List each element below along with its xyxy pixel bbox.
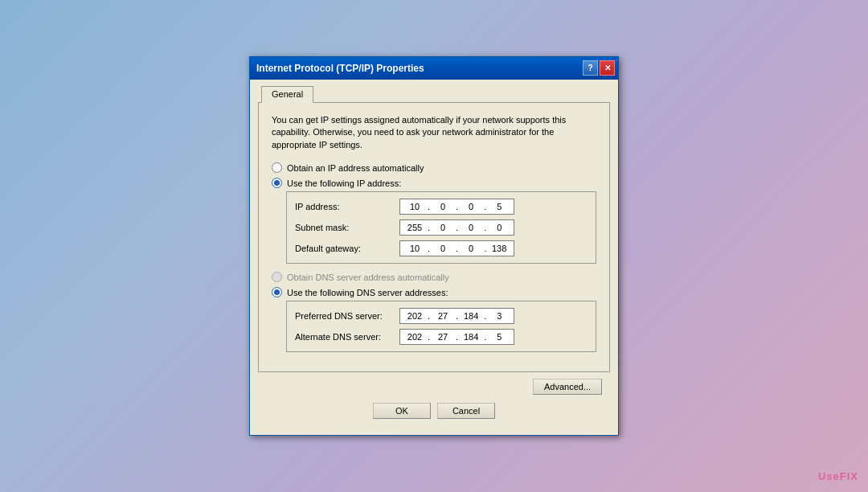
adns-c[interactable] [460,332,482,342]
ip-address-label: IP address: [295,202,399,211]
radio-ip-manual-text: Use the following IP address: [287,178,401,188]
ip-address-field: . . . [399,199,514,215]
description-text: You can get IP settings assigned automat… [272,114,596,151]
title-bar: Internet Protocol (TCP/IP) Properties ? … [250,57,618,80]
ip-d[interactable] [488,202,510,211]
pdns-b[interactable] [432,311,454,321]
tab-bar: General [258,86,610,103]
radio-dns-auto[interactable] [272,272,282,282]
adns-b[interactable] [432,332,454,342]
watermark: UseFIX [818,470,858,482]
pdns-c[interactable] [460,311,482,321]
tab-general[interactable]: General [261,86,313,103]
subnet-mask-row: Subnet mask: . . . [295,219,588,236]
gateway-a[interactable] [403,244,426,253]
subnet-mask-field: . . . [399,219,514,236]
subnet-mask-label: Subnet mask: [295,223,399,232]
preferred-dns-field: . . . [399,308,514,324]
ok-button[interactable]: OK [373,403,431,419]
radio-ip-auto-text: Obtain an IP address automatically [287,163,424,173]
alternate-dns-label: Alternate DNS server: [295,332,399,342]
ip-fields-box: IP address: . . . Subnet m [286,191,596,264]
advanced-row: Advanced... [266,379,602,395]
pdns-a[interactable] [403,311,426,321]
ok-cancel-row: OK Cancel [266,403,602,419]
dns-auto-section: Obtain DNS server address automatically [272,272,596,282]
radio-ip-auto-label[interactable]: Obtain an IP address automatically [272,162,596,173]
subnet-c[interactable] [460,223,482,232]
subnet-d[interactable] [488,223,510,232]
ip-manual-section: Use the following IP address: IP address… [272,178,596,264]
watermark-suffix: FIX [840,470,858,482]
cancel-button[interactable]: Cancel [437,403,495,419]
pdns-d[interactable] [488,311,510,321]
watermark-prefix: U [818,470,826,482]
radio-dns-auto-label[interactable]: Obtain DNS server address automatically [272,272,596,282]
gateway-label: Default gateway: [295,244,399,253]
dialog-window: Internet Protocol (TCP/IP) Properties ? … [249,56,619,436]
adns-d[interactable] [488,332,510,342]
ip-a[interactable] [403,202,426,211]
radio-dns-auto-text: Obtain DNS server address automatically [287,273,449,282]
preferred-dns-row: Preferred DNS server: . . . [295,308,588,324]
radio-ip-manual[interactable] [272,178,282,188]
dns-fields-box: Preferred DNS server: . . . [286,301,596,352]
title-bar-buttons: ? ✕ [583,60,615,76]
preferred-dns-label: Preferred DNS server: [295,311,399,321]
ip-address-row: IP address: . . . [295,199,588,215]
radio-dns-manual-text: Use the following DNS server addresses: [287,288,448,297]
radio-ip-auto[interactable] [272,162,282,173]
radio-dns-manual-label[interactable]: Use the following DNS server addresses: [272,287,596,297]
dns-section: Obtain DNS server address automatically … [272,272,596,352]
advanced-button[interactable]: Advanced... [533,379,602,395]
watermark-accent: se [826,470,839,482]
subnet-a[interactable] [403,223,426,232]
radio-ip-manual-label[interactable]: Use the following IP address: [272,178,596,188]
dialog-title: Internet Protocol (TCP/IP) Properties [256,63,424,74]
dialog-content: General You can get IP settings assigned… [250,80,618,435]
close-button[interactable]: ✕ [600,60,615,76]
gateway-b[interactable] [432,244,454,253]
dns-manual-section: Use the following DNS server addresses: … [272,287,596,352]
adns-a[interactable] [403,332,426,342]
alternate-dns-field: . . . [399,329,514,345]
ip-c[interactable] [460,202,482,211]
radio-dns-manual[interactable] [272,287,282,297]
bottom-area: Advanced... OK Cancel [258,372,610,427]
subnet-b[interactable] [432,223,454,232]
ip-b[interactable] [432,202,454,211]
gateway-row: Default gateway: . . . [295,240,588,256]
ip-auto-section: Obtain an IP address automatically [272,162,596,173]
gateway-d[interactable] [488,244,510,253]
panel-general: You can get IP settings assigned automat… [258,102,610,372]
gateway-c[interactable] [460,244,482,253]
help-button[interactable]: ? [583,60,598,76]
alternate-dns-row: Alternate DNS server: . . . [295,329,588,345]
gateway-field: . . . [399,240,514,256]
